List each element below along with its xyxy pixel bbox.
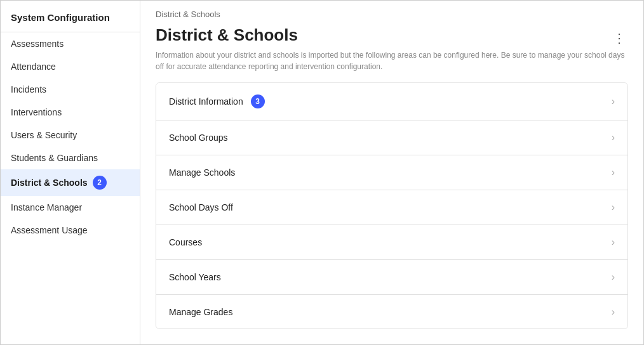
sidebar-title: System Configuration: [1, 1, 140, 32]
sidebar-badge: 2: [93, 176, 107, 190]
list-item-label: Courses: [169, 237, 202, 247]
page-description: Information about your district and scho…: [140, 49, 643, 82]
list-item-courses[interactable]: Courses›: [156, 225, 627, 260]
sidebar-item-attendance[interactable]: Attendance: [1, 55, 140, 78]
chevron-right-icon: ›: [612, 271, 615, 283]
list-item-school-years[interactable]: School Years›: [156, 260, 627, 295]
chevron-right-icon: ›: [612, 237, 615, 248]
sidebar-item-label: Incidents: [11, 84, 46, 94]
sidebar-item-instance-manager[interactable]: Instance Manager: [1, 196, 140, 219]
sidebar-item-label: Users & Security: [11, 130, 77, 140]
main-content: District & Schools District & Schools ⋮ …: [140, 1, 643, 344]
list-item-label: Manage Schools: [169, 167, 235, 178]
list-item-manage-grades[interactable]: Manage Grades›: [156, 295, 627, 329]
list-item-label: School Days Off: [169, 202, 233, 212]
chevron-right-icon: ›: [612, 132, 615, 143]
list-item-label: School Years: [169, 272, 221, 282]
sidebar-item-district-schools[interactable]: District & Schools2: [1, 169, 140, 196]
list-item-label: Manage Grades: [169, 307, 232, 317]
sidebar-item-incidents[interactable]: Incidents: [1, 78, 140, 101]
sidebar-item-assessments[interactable]: Assessments: [1, 32, 140, 55]
sidebar-item-users-security[interactable]: Users & Security: [1, 124, 140, 146]
sidebar: System Configuration AssessmentsAttendan…: [1, 1, 140, 344]
sidebar-item-label: Interventions: [11, 107, 62, 117]
list-item-district-information[interactable]: District Information3›: [156, 83, 627, 120]
page-title: District & Schools: [156, 25, 298, 45]
sidebar-item-assessment-usage[interactable]: Assessment Usage: [1, 219, 140, 242]
settings-list: District Information3›School Groups›Mana…: [156, 82, 628, 329]
list-item-manage-schools[interactable]: Manage Schools›: [156, 155, 627, 190]
list-item-label: School Groups: [169, 133, 228, 143]
list-item-label: District Information3: [169, 94, 265, 108]
list-item-badge: 3: [251, 94, 265, 108]
sidebar-item-label: Instance Manager: [11, 202, 82, 212]
chevron-right-icon: ›: [612, 96, 615, 107]
sidebar-item-interventions[interactable]: Interventions: [1, 101, 140, 124]
chevron-right-icon: ›: [612, 306, 615, 318]
chevron-right-icon: ›: [612, 167, 615, 178]
sidebar-item-label: District & Schools: [11, 178, 88, 188]
sidebar-item-label: Assessment Usage: [11, 225, 88, 235]
chevron-right-icon: ›: [612, 202, 615, 213]
list-item-school-days-off[interactable]: School Days Off›: [156, 190, 627, 225]
sidebar-item-students-guardians[interactable]: Students & Guardians: [1, 146, 140, 169]
breadcrumb: District & Schools: [140, 1, 643, 19]
sidebar-item-label: Students & Guardians: [11, 153, 98, 163]
list-item-school-groups[interactable]: School Groups›: [156, 120, 627, 155]
sidebar-item-label: Attendance: [11, 62, 56, 72]
sidebar-item-label: Assessments: [11, 39, 64, 49]
page-header: District & Schools ⋮: [140, 19, 643, 49]
more-options-icon[interactable]: ⋮: [610, 29, 628, 47]
